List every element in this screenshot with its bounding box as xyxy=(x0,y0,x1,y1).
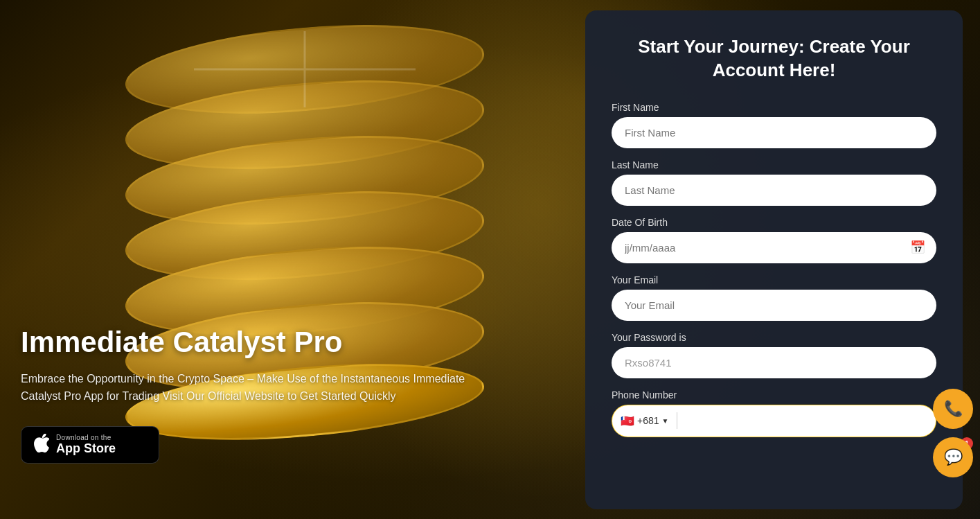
message-chat-icon: 💬 xyxy=(944,448,963,466)
chat-widget-message[interactable]: 💬 xyxy=(933,437,973,477)
last-name-input[interactable] xyxy=(612,175,936,206)
password-group: Your Password is xyxy=(612,332,936,378)
dropdown-arrow-icon: ▼ xyxy=(662,417,669,425)
apple-icon xyxy=(34,434,49,456)
app-store-text: Download on the App Store xyxy=(56,434,116,456)
phone-input-wrapper: 🇼🇫 +681 ▼ xyxy=(612,405,936,437)
dob-group: Date Of Birth 📅 xyxy=(612,217,936,263)
last-name-label: Last Name xyxy=(612,159,936,170)
country-flag: 🇼🇫 xyxy=(621,414,634,428)
app-store-small-text: Download on the xyxy=(56,434,116,441)
dob-input-wrapper: 📅 xyxy=(612,232,936,263)
dob-label: Date Of Birth xyxy=(612,217,936,228)
app-description: Embrace the Opportunity in the Crypto Sp… xyxy=(21,370,506,405)
last-name-group: Last Name xyxy=(612,159,936,206)
form-title: Start Your Journey: Create Your Account … xyxy=(612,35,936,82)
registration-form-panel: Start Your Journey: Create Your Account … xyxy=(585,10,963,509)
password-input[interactable] xyxy=(612,347,936,378)
country-selector[interactable]: 🇼🇫 +681 ▼ xyxy=(612,405,677,437)
chat-widget-wrapper: 💬 1 xyxy=(933,437,973,477)
email-group: Your Email xyxy=(612,274,936,321)
phone-group: Phone Number 🇼🇫 +681 ▼ xyxy=(612,389,936,437)
chat-widget-phone[interactable]: 📞 xyxy=(933,389,973,429)
first-name-label: First Name xyxy=(612,102,936,113)
app-store-button[interactable]: Download on the App Store xyxy=(21,426,159,464)
password-label: Your Password is xyxy=(612,332,936,343)
email-label: Your Email xyxy=(612,274,936,285)
first-name-input[interactable] xyxy=(612,117,936,148)
left-content: Immediate Catalyst Pro Embrace the Oppor… xyxy=(0,0,547,519)
email-input[interactable] xyxy=(612,290,936,321)
phone-chat-icon: 📞 xyxy=(944,400,963,418)
dob-input[interactable] xyxy=(612,232,936,263)
app-store-large-text: App Store xyxy=(56,441,116,456)
country-code: +681 xyxy=(637,415,659,426)
app-title: Immediate Catalyst Pro xyxy=(21,326,519,359)
phone-label: Phone Number xyxy=(612,389,936,401)
first-name-group: First Name xyxy=(612,102,936,148)
phone-number-input[interactable] xyxy=(677,406,936,436)
